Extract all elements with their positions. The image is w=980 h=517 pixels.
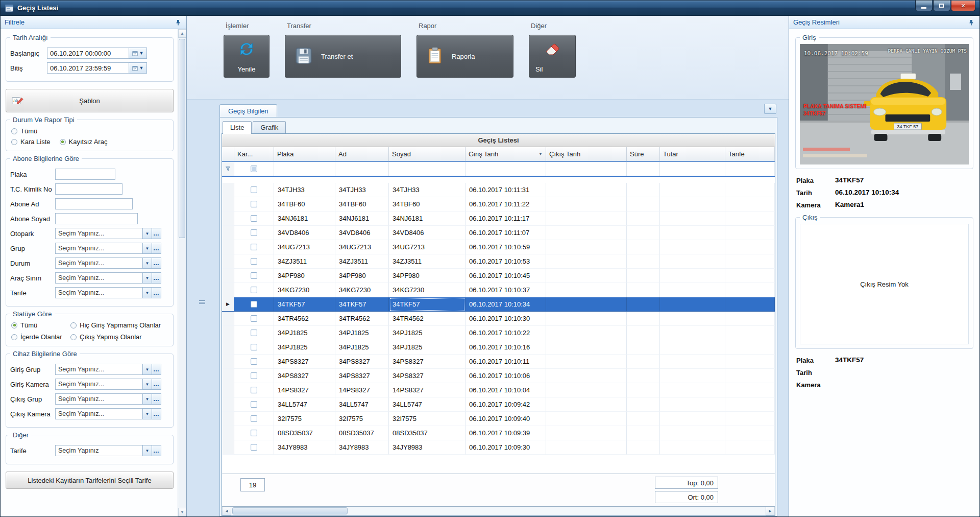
row-checkbox[interactable] <box>251 387 257 393</box>
row-checkbox[interactable] <box>251 401 257 408</box>
table-row[interactable]: 34PF980 34PF980 34PF980 06.10.2017 10:10… <box>222 269 775 283</box>
table-row[interactable]: 34TR4562 34TR4562 34TR4562 06.10.2017 10… <box>222 312 775 326</box>
filter-cell[interactable] <box>627 162 660 176</box>
cell-sure[interactable] <box>627 397 660 412</box>
cell-sure[interactable] <box>627 226 660 240</box>
cell-sure[interactable] <box>627 369 660 383</box>
row-checkbox[interactable] <box>251 372 257 379</box>
cell-sure[interactable] <box>627 297 660 312</box>
cell-soyad[interactable]: 34TBF60 <box>389 197 465 212</box>
cell-cikis-tarih[interactable] <box>546 197 627 212</box>
cell-tarife[interactable] <box>725 440 775 455</box>
cell-giris-tarih[interactable]: 06.10.2017 10:10:30 <box>465 312 546 326</box>
cell-giris-tarih[interactable]: 06.10.2017 10:10:04 <box>465 383 546 397</box>
cell-sure[interactable] <box>627 326 660 340</box>
table-row[interactable]: 32I7575 32I7575 32I7575 06.10.2017 10:09… <box>222 412 775 426</box>
cell-tarife[interactable] <box>725 326 775 340</box>
column-header[interactable]: Tutar <box>660 147 725 161</box>
combo-value[interactable]: Seçim Yapınız <box>55 445 143 456</box>
cell-sure[interactable] <box>627 340 660 355</box>
cell-tutar[interactable] <box>660 440 725 455</box>
combo-dropdown-button[interactable]: ▼ <box>142 272 152 284</box>
combo-value[interactable]: Seçim Yapınız... <box>55 408 143 419</box>
cell-sure[interactable] <box>627 412 660 426</box>
tab-list-dropdown-button[interactable]: ▼ <box>764 104 776 114</box>
cell-tarife[interactable] <box>725 226 775 240</box>
cell-cikis-tarih[interactable] <box>546 254 627 269</box>
cell-checkbox[interactable] <box>234 355 274 369</box>
transfer-button[interactable]: Transfer et <box>285 35 401 78</box>
cell-tarife[interactable] <box>725 426 775 440</box>
scroll-right-button[interactable]: ► <box>766 507 775 515</box>
minimize-button[interactable] <box>915 1 933 11</box>
cell-tarife[interactable] <box>725 183 775 197</box>
cell-ad[interactable]: 34ZJ3511 <box>335 254 389 269</box>
combo-value[interactable]: Seçim Yapınız... <box>55 243 143 254</box>
cell-plaka[interactable]: 08SD35037 <box>274 426 335 440</box>
cell-sure[interactable] <box>627 283 660 297</box>
cell-giris-tarih[interactable]: 06.10.2017 10:10:22 <box>465 326 546 340</box>
cell-plaka[interactable]: 34KG7230 <box>274 283 335 297</box>
column-header[interactable]: Çıkış Tarih <box>546 147 627 161</box>
cell-giris-tarih[interactable]: 06.10.2017 10:11:22 <box>465 197 546 212</box>
calendar-dropdown-button[interactable]: ▼ <box>129 48 147 59</box>
maximize-button[interactable] <box>933 1 950 11</box>
combo-box[interactable]: Seçim Yapınız... ▼ … <box>55 379 161 390</box>
combo-ellipsis-button[interactable]: … <box>152 393 161 405</box>
cell-soyad[interactable]: 34PF980 <box>389 269 465 283</box>
cell-plaka[interactable]: 34NJ6181 <box>274 212 335 226</box>
cell-cikis-tarih[interactable] <box>546 212 627 226</box>
cell-checkbox[interactable] <box>234 426 274 440</box>
cell-giris-tarih[interactable]: 06.10.2017 10:11:31 <box>465 183 546 197</box>
cell-soyad[interactable]: 34LL5747 <box>389 397 465 412</box>
cell-soyad[interactable]: 14PS8327 <box>389 383 465 397</box>
cell-tutar[interactable] <box>660 212 725 226</box>
cell-tutar[interactable] <box>660 283 725 297</box>
cell-tarife[interactable] <box>725 397 775 412</box>
table-row[interactable]: ▶ 34TKF57 34TKF57 34TKF57 06.10.2017 10:… <box>222 297 775 312</box>
combo-value[interactable]: Seçim Yapınız... <box>55 364 143 375</box>
table-row[interactable]: 14PS8327 14PS8327 14PS8327 06.10.2017 10… <box>222 383 775 397</box>
cell-checkbox[interactable] <box>234 197 274 212</box>
cell-giris-tarih[interactable]: 06.10.2017 10:11:17 <box>465 212 546 226</box>
combo-box[interactable]: Seçim Yapınız... ▼ … <box>55 243 161 254</box>
cell-sure[interactable] <box>627 212 660 226</box>
cell-soyad[interactable]: 34VD8406 <box>389 226 465 240</box>
cell-tarife[interactable] <box>725 197 775 212</box>
scroll-left-button[interactable]: ◄ <box>222 507 231 515</box>
cell-ad[interactable]: 34PF980 <box>335 269 389 283</box>
cell-sure[interactable] <box>627 312 660 326</box>
date-input[interactable]: 06.10.2017 00:00:00 <box>47 48 129 59</box>
table-row[interactable]: 34PJ1825 34PJ1825 34PJ1825 06.10.2017 10… <box>222 340 775 355</box>
cell-cikis-tarih[interactable] <box>546 383 627 397</box>
cell-tutar[interactable] <box>660 226 725 240</box>
filter-cell[interactable] <box>465 162 546 176</box>
row-checkbox[interactable] <box>251 186 257 193</box>
pin-icon[interactable] <box>967 18 975 27</box>
cell-tarife[interactable] <box>725 340 775 355</box>
table-row[interactable]: 34ZJ3511 34ZJ3511 34ZJ3511 06.10.2017 10… <box>222 254 775 269</box>
scrollbar-track[interactable] <box>178 38 186 508</box>
table-row[interactable]: 34KG7230 34KG7230 34KG7230 06.10.2017 10… <box>222 283 775 297</box>
cell-soyad[interactable]: 34PJ1825 <box>389 340 465 355</box>
cell-checkbox[interactable] <box>234 226 274 240</box>
cell-checkbox[interactable] <box>234 326 274 340</box>
cell-checkbox[interactable] <box>234 397 274 412</box>
row-checkbox[interactable] <box>251 229 257 236</box>
combo-dropdown-button[interactable]: ▼ <box>142 379 152 390</box>
cell-tarife[interactable] <box>725 269 775 283</box>
radio-option[interactable]: Kayıtsız Araç <box>60 138 108 146</box>
cell-ad[interactable]: 34TJH33 <box>335 183 389 197</box>
cell-ad[interactable]: 34PJ1825 <box>335 340 389 355</box>
cell-sure[interactable] <box>627 440 660 455</box>
combo-dropdown-button[interactable]: ▼ <box>142 408 152 419</box>
combo-value[interactable]: Seçim Yapınız... <box>55 287 143 298</box>
radio-option[interactable]: İçerde Olanlar <box>11 333 67 341</box>
column-header[interactable]: Kar... <box>234 147 274 161</box>
cell-plaka[interactable]: 34PF980 <box>274 269 335 283</box>
row-checkbox[interactable] <box>251 430 257 436</box>
cell-checkbox[interactable] <box>234 269 274 283</box>
filter-cell[interactable] <box>546 162 627 176</box>
splitter-grip[interactable] <box>199 298 205 306</box>
cell-tutar[interactable] <box>660 326 725 340</box>
